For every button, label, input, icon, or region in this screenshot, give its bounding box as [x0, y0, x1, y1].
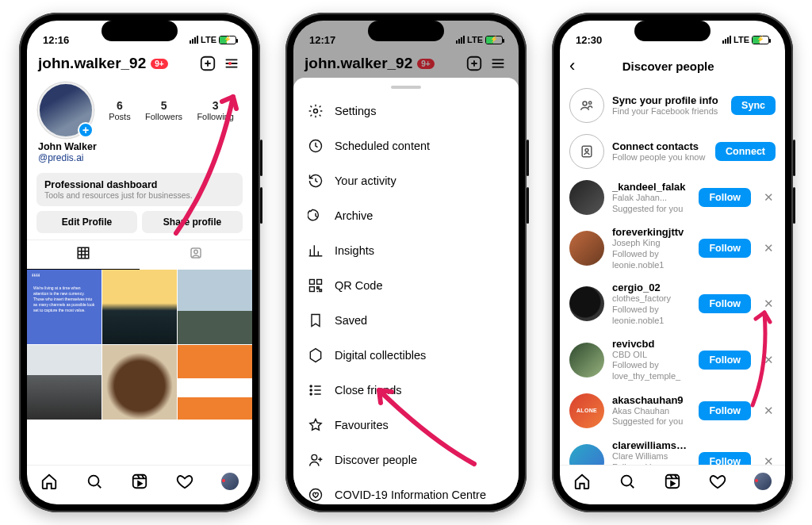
menu-item-your-activity[interactable]: Your activity [293, 163, 519, 198]
home-icon[interactable] [40, 473, 58, 490]
display-name: John Walker [38, 141, 241, 152]
battery-icon: ⚡ [485, 36, 503, 44]
post-thumbnail[interactable] [27, 345, 102, 420]
post-thumbnail[interactable] [178, 270, 252, 344]
suggestion-reason: Followed by leonie.noble1 [612, 305, 691, 327]
suggestion-row[interactable]: cergio_02clothes_factoryFollowed by leon… [560, 276, 785, 331]
contacts-icon [569, 134, 604, 169]
qr-code-icon [308, 278, 324, 293]
menu-item-discover-people[interactable]: Discover people [293, 443, 519, 477]
menu-item-close-friends[interactable]: Close friends [293, 373, 519, 408]
dismiss-button[interactable]: ✕ [759, 454, 776, 465]
post-thumbnail[interactable] [178, 345, 252, 420]
connect-button[interactable]: Connect [715, 142, 776, 161]
home-icon[interactable] [573, 473, 591, 490]
edit-profile-button[interactable]: Edit Profile [36, 211, 137, 233]
create-post-button[interactable] [198, 54, 217, 73]
menu-item-label: Discover people [335, 454, 417, 466]
search-icon[interactable] [86, 473, 103, 490]
svg-rect-10 [310, 287, 315, 292]
network-label: LTE [467, 35, 483, 44]
suggestion-row[interactable]: clarewilliams_scentsy...Clare WilliamsFo… [560, 434, 785, 465]
tab-grid[interactable] [27, 240, 140, 270]
svg-point-6 [314, 109, 318, 113]
post-thumbnail[interactable] [102, 345, 177, 420]
menu-item-archive[interactable]: Archive [293, 198, 519, 233]
posts-grid: We're living at a time when attention is… [27, 270, 252, 420]
sync-button[interactable]: Sync [731, 96, 776, 115]
follow-button[interactable]: Follow [699, 188, 751, 207]
suggestion-row[interactable]: revivcbdCBD OILFollowed by love_thy_temp… [560, 332, 785, 388]
connect-contacts-row[interactable]: Connect contacts Follow people you know … [560, 128, 785, 174]
svg-point-19 [585, 148, 588, 151]
post-thumbnail[interactable]: We're living at a time when attention is… [27, 270, 102, 344]
menu-item-saved[interactable]: Saved [293, 303, 519, 338]
sync-profile-row[interactable]: Sync your profile info Find your Faceboo… [560, 82, 785, 128]
suggestion-avatar [569, 231, 604, 266]
menu-item-covid-19-information-centre[interactable]: COVID-19 Information Centre [293, 477, 519, 504]
suggestion-row[interactable]: _kandeel_falakFalak Jahan...Suggested fo… [560, 174, 785, 220]
list-icon [308, 382, 324, 398]
stat-posts[interactable]: 6Posts [109, 99, 131, 121]
suggestion-avatar [569, 444, 604, 465]
menu-item-favourites[interactable]: Favourites [293, 408, 519, 443]
menu-item-label: Insights [335, 244, 374, 257]
profile-tab-dot [755, 479, 758, 482]
menu-item-qr-code[interactable]: QR Code [293, 268, 519, 303]
reels-icon[interactable] [131, 473, 148, 490]
bottom-tab-bar [27, 465, 252, 504]
follow-button[interactable]: Follow [699, 452, 751, 465]
stat-following[interactable]: 3Following [197, 99, 233, 121]
suggestion-row[interactable]: foreverkingjttvJoseph KingFollowed by le… [560, 220, 785, 276]
profile-tabs [27, 240, 252, 270]
suggestion-avatar: ALONE [569, 393, 604, 428]
svg-rect-8 [310, 280, 315, 285]
reels-icon[interactable] [664, 473, 681, 490]
svg-rect-21 [666, 475, 680, 489]
follow-button[interactable]: Follow [699, 239, 751, 258]
menu-item-insights[interactable]: Insights [293, 233, 519, 268]
menu-sheet: SettingsScheduled contentYour activityAr… [293, 78, 519, 504]
menu-item-settings[interactable]: Settings [293, 94, 519, 128]
heart-icon[interactable] [176, 473, 193, 490]
suggestion-row[interactable]: ALONEakaschauhan9Akas ChauhanSuggested f… [560, 388, 785, 434]
username-label[interactable]: john.walker_92 [38, 55, 146, 72]
suggestion-avatar [569, 180, 604, 215]
suggestion-reason: Followed by love_thy_temple_ [612, 360, 691, 382]
tab-tagged[interactable] [140, 240, 252, 270]
signal-icon [722, 36, 731, 44]
dismiss-button[interactable]: ✕ [759, 241, 776, 255]
follow-button[interactable]: Follow [699, 401, 751, 420]
star-icon [308, 417, 324, 433]
sheet-grabber[interactable] [391, 86, 421, 89]
bio-section: John Walker @predis.ai [27, 140, 252, 170]
menu-item-digital-collectibles[interactable]: Digital collectibles [293, 338, 519, 373]
professional-dashboard-card[interactable]: Professional dashboard Tools and resourc… [36, 173, 243, 206]
follow-button[interactable]: Follow [699, 351, 751, 370]
home-indicator [362, 504, 450, 508]
search-icon[interactable] [619, 473, 636, 490]
heart-icon[interactable] [709, 473, 726, 490]
dismiss-button[interactable]: ✕ [759, 297, 776, 311]
menu-item-label: Your activity [335, 174, 396, 187]
menu-item-scheduled-content[interactable]: Scheduled content [293, 128, 519, 163]
suggestion-username: _kandeel_falak [612, 181, 691, 193]
avatar[interactable]: + [38, 82, 94, 138]
svg-point-20 [622, 476, 632, 486]
stat-followers[interactable]: 5Followers [145, 99, 182, 121]
dismiss-button[interactable]: ✕ [759, 353, 776, 367]
signal-icon [456, 36, 465, 44]
share-profile-button[interactable]: Share profile [142, 211, 243, 233]
follow-button[interactable]: Follow [699, 294, 751, 313]
post-thumbnail[interactable] [102, 270, 177, 344]
menu-button[interactable] [222, 54, 241, 73]
add-story-button[interactable]: + [78, 122, 94, 138]
website-link[interactable]: @predis.ai [38, 152, 241, 163]
dismiss-button[interactable]: ✕ [759, 190, 776, 205]
dismiss-button[interactable]: ✕ [759, 404, 776, 418]
suggestion-reason: Followed by leonie.noble1 [612, 249, 691, 271]
grid-icon [76, 246, 90, 260]
menu-item-label: Close friends [335, 384, 402, 397]
phone-mockup-menu: 12:17 LTE ⚡ john.walker_92 9+ SettingsSc… [285, 13, 527, 512]
suggestion-username: foreverkingjttv [612, 226, 691, 238]
